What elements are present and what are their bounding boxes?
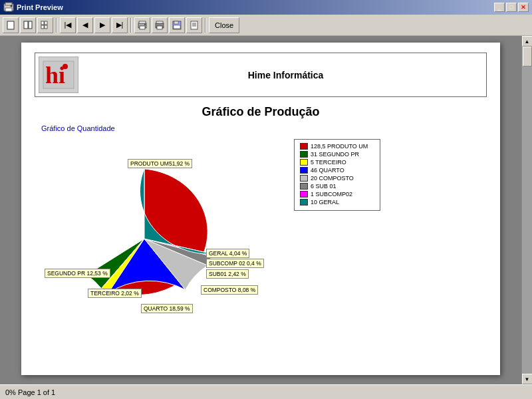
separator-2 xyxy=(130,18,132,33)
label-produto-um: PRODUTO UM51,92 % xyxy=(128,159,192,168)
legend-color-produto xyxy=(300,143,308,150)
page-container: h i Hime Informática Gráfico de Produção… xyxy=(0,36,521,384)
label-segundo-pr: SEGUNDO PR 12,53 % xyxy=(45,269,110,278)
maximize-button[interactable]: □ xyxy=(506,3,517,12)
print-button[interactable] xyxy=(134,17,150,33)
svg-text:h: h xyxy=(45,62,59,88)
legend-item-produto: 128,5 PRODUTO UM xyxy=(300,143,374,150)
svg-point-28 xyxy=(63,64,68,69)
svg-rect-10 xyxy=(45,25,47,29)
legend-item-segundo: 31 SEGUNDO PR xyxy=(300,151,374,158)
legend-color-subcomp02 xyxy=(300,191,308,198)
legend-item-geral: 10 GERAL xyxy=(300,199,374,205)
legend-color-segundo xyxy=(300,151,308,158)
chart-subtitle: Gráfico de Quantidade xyxy=(41,124,487,132)
legend-label-subcomp02: 1 SUBCOMP02 xyxy=(311,191,352,198)
scroll-thumb[interactable] xyxy=(523,47,532,66)
svg-rect-5 xyxy=(24,21,28,29)
svg-point-14 xyxy=(144,24,146,25)
company-logo: h i xyxy=(42,60,75,90)
logo-box: h i xyxy=(39,57,78,93)
window-controls[interactable]: _ □ ✕ xyxy=(494,3,529,12)
view-two-button[interactable] xyxy=(20,17,36,33)
label-subcomp02: SUBCOMP 02 0,4 % xyxy=(206,259,264,268)
legend-item-quarto: 46 QUARTO xyxy=(300,167,374,174)
chart-area: PRODUTO UM51,92 % SEGUNDO PR 12,53 % TER… xyxy=(35,139,487,319)
first-page-button[interactable]: |◀ xyxy=(60,17,76,33)
pie-chart: PRODUTO UM51,92 % SEGUNDO PR 12,53 % TER… xyxy=(35,139,287,319)
legend-label-geral: 10 GERAL xyxy=(311,199,339,205)
window-title: Print Preview xyxy=(17,3,494,11)
settings-button[interactable] xyxy=(186,17,202,33)
print2-button[interactable] xyxy=(152,17,168,33)
scroll-up-button[interactable]: ▲ xyxy=(522,36,533,47)
legend-color-geral xyxy=(300,199,308,205)
legend-color-quarto xyxy=(300,167,308,174)
svg-rect-9 xyxy=(41,25,44,29)
svg-rect-1 xyxy=(5,3,12,5)
main-area: h i Hime Informática Gráfico de Produção… xyxy=(0,36,532,384)
svg-point-3 xyxy=(11,5,13,7)
label-sub01: SUB01 2,42 % xyxy=(206,269,249,279)
svg-rect-21 xyxy=(191,21,198,29)
title-bar: Print Preview _ □ ✕ xyxy=(0,0,532,15)
print-page: h i Hime Informática Gráfico de Produção… xyxy=(21,43,500,375)
svg-rect-6 xyxy=(29,21,32,29)
scrollbar-vertical[interactable]: ▲ ▼ xyxy=(521,36,532,384)
legend-label-terceiro: 5 TERCEIRO xyxy=(311,159,346,166)
separator-3 xyxy=(205,18,206,33)
legend-color-terceiro xyxy=(300,159,308,166)
legend-item-composto: 20 COMPOSTO xyxy=(300,175,374,182)
close-toolbar-button[interactable]: Close xyxy=(209,17,239,33)
legend-color-composto xyxy=(300,175,308,182)
save-button[interactable] xyxy=(169,17,185,33)
minimize-button[interactable]: _ xyxy=(494,3,505,12)
separator-1 xyxy=(56,18,57,33)
company-name: Hime Informática xyxy=(88,70,483,80)
svg-rect-2 xyxy=(5,8,12,11)
last-page-button[interactable]: ▶| xyxy=(112,17,128,33)
legend-label-segundo: 31 SEGUNDO PR xyxy=(311,151,359,158)
svg-rect-7 xyxy=(41,21,44,25)
legend-item-subcomp02: 1 SUBCOMP02 xyxy=(300,191,374,198)
svg-rect-19 xyxy=(174,21,178,24)
scroll-track[interactable] xyxy=(522,47,533,374)
label-composto: COMPOSTO 8,08 % xyxy=(201,285,258,295)
legend-item-sub01: 6 SUB 01 xyxy=(300,183,374,190)
app-icon xyxy=(3,2,14,13)
prev-page-button[interactable]: ◀ xyxy=(77,17,93,33)
chart-title: Gráfico de Produção xyxy=(35,105,487,119)
legend-label-quarto: 46 QUARTO xyxy=(311,167,344,174)
next-page-button[interactable]: ▶ xyxy=(94,17,110,33)
svg-rect-8 xyxy=(45,21,47,25)
svg-rect-17 xyxy=(157,26,162,29)
close-button[interactable]: ✕ xyxy=(518,3,529,12)
label-quarto: QUARTO 18,59 % xyxy=(141,304,193,313)
legend-color-sub01 xyxy=(300,183,308,190)
legend-label-composto: 20 COMPOSTO xyxy=(311,175,354,182)
header-box: h i Hime Informática xyxy=(35,53,487,97)
legend-label-sub01: 6 SUB 01 xyxy=(311,183,336,190)
view-multi-button[interactable] xyxy=(37,17,53,33)
scroll-down-button[interactable]: ▼ xyxy=(522,374,533,384)
status-text: 0% Page 1 of 1 xyxy=(5,388,55,396)
label-geral: GERAL 4,04 % xyxy=(206,249,249,258)
svg-rect-13 xyxy=(140,26,145,29)
view-single-button[interactable] xyxy=(3,17,19,33)
svg-rect-4 xyxy=(7,21,14,29)
legend-item-terceiro: 5 TERCEIRO xyxy=(300,159,374,166)
toolbar: |◀ ◀ ▶ ▶| Close xyxy=(0,15,532,36)
legend: 128,5 PRODUTO UM 31 SEGUNDO PR 5 TERCEIR… xyxy=(294,139,380,211)
legend-label-produto: 128,5 PRODUTO UM xyxy=(311,143,368,150)
svg-rect-20 xyxy=(174,25,180,29)
label-terceiro: TERCEIRO 2,02 % xyxy=(88,289,142,298)
status-bar: 0% Page 1 of 1 xyxy=(0,384,532,399)
